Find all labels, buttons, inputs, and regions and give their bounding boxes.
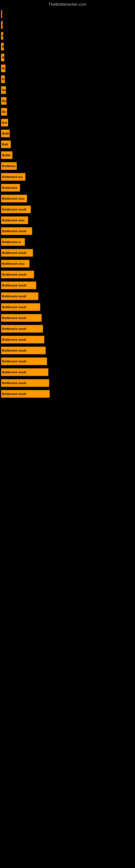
bar-row: B [0,75,135,83]
bar-label-19: Bottleneck result [1,208,26,211]
bar-label-34: Bottleneck result [1,371,26,374]
bar-label-7: B [1,78,4,81]
bar-row: Bottleneck result [0,358,135,365]
bar-label-30: Bottleneck result [1,327,26,330]
bar-row: Bottleneck result [0,271,135,278]
bar-label-36: Bottleneck result [1,392,26,396]
bar-label-20: Bottleneck resu [1,219,25,222]
bar-label-15: Bottlenec [1,164,16,167]
bar-row: | [0,10,135,18]
bar-row: Bottleneck result [0,325,135,333]
bar-label-6: Bo [1,67,5,70]
bar-row: Bottleneck resu [0,260,135,268]
bar-label-16: Bottleneck res [1,175,23,179]
bar-row: E [0,32,135,40]
bar-label-17: Bottleneck [1,186,17,189]
bar-label-2: P [1,23,3,27]
bar-label-33: Bottleneck result [1,360,26,363]
bar-row: Bo [0,65,135,72]
bar-row: Bottleneck resu [0,195,135,203]
bar-label-29: Bottleneck result [1,316,26,319]
bar-label-9: Bo [1,99,6,102]
bar-row: Bo [0,86,135,94]
bar-row: Bottleneck result [0,303,135,311]
bar-label-3: E [1,34,3,37]
bar-row: Bottleneck [0,184,135,191]
bar-label-8: Bo [1,88,6,92]
bar-row: Bottleneck result [0,227,135,235]
bar-row: Bottleneck result [0,249,135,257]
bar-row: Bottleneck result [0,379,135,387]
bar-row: Bottleneck re [0,238,135,246]
bar-label-35: Bottleneck result [1,381,26,384]
bar-label-4: B [1,45,4,48]
bar-label-28: Bottleneck result [1,305,26,309]
bar-row: Bo [0,97,135,105]
bar-label-32: Bottleneck result [1,349,26,352]
bar-row: P [0,21,135,29]
bar-row: Bottleneck res [0,173,135,181]
bar-label-18: Bottleneck resu [1,197,25,200]
site-title: TheBottlenecker.com [0,0,135,8]
bar-label-12: Bottl [1,132,9,135]
bar-label-23: Bottleneck result [1,251,26,254]
bar-label-21: Bottleneck result [1,229,26,233]
bar-label-1: | [1,12,2,16]
bar-row: Bottle [0,151,135,159]
bar-row: B [0,54,135,61]
bar-label-5: B [1,56,4,59]
bar-row: Bottleneck result [0,314,135,322]
bar-row: Bottleneck result [0,390,135,398]
bar-label-25: Bottleneck result [1,273,26,276]
bar-row: Bottleneck result [0,347,135,354]
bar-row: Bottl [0,130,135,137]
bar-row: Bott [0,141,135,148]
bar-label-22: Bottleneck re [1,240,21,244]
bar-label-14: Bottle [1,154,10,157]
bar-label-10: Bo [1,110,6,113]
bar-label-31: Bottleneck result [1,338,26,341]
bar-row: Bot [0,119,135,126]
bar-row: Bottleneck result [0,292,135,300]
bar-row: Bottlenec [0,162,135,170]
bar-label-27: Bottleneck result [1,294,26,298]
bar-label-26: Bottleneck result [1,284,26,287]
bar-label-13: Bott [1,143,8,146]
bars-container: |PEBBBoBBoBoBoBotBottlBottBottleBottlene… [0,8,135,398]
bar-label-11: Bot [1,121,7,124]
bar-label-24: Bottleneck resu [1,262,25,265]
bar-row: Bottleneck result [0,282,135,289]
bar-row: Bo [0,108,135,116]
bar-row: Bottleneck result [0,368,135,376]
bar-row: Bottleneck resu [0,216,135,224]
bar-row: Bottleneck result [0,206,135,213]
bar-row: Bottleneck result [0,336,135,343]
bar-row: B [0,43,135,51]
